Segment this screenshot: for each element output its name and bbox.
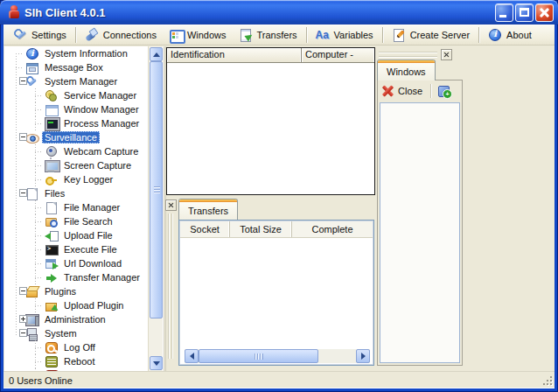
column-header-socket[interactable]: Socket [180, 221, 230, 237]
tree-item-label: Execute File [61, 243, 120, 256]
scrollbar-thumb[interactable] [150, 61, 163, 318]
scroll-right-button[interactable] [356, 349, 370, 363]
tree-item-upload-file[interactable]: Upload File [4, 228, 148, 242]
column-header-computer[interactable]: Computer - [302, 48, 374, 62]
uploadfile-icon [45, 229, 59, 242]
tree-expander-slot [31, 172, 45, 186]
new-window-icon[interactable] [437, 84, 451, 98]
tree-item-file-search[interactable]: File Search [4, 214, 148, 228]
resize-grip[interactable] [541, 374, 553, 386]
tree-item-reboot[interactable]: Reboot [4, 354, 148, 368]
tree-item-label: System Manager [42, 75, 120, 88]
minus-expander-icon[interactable] [19, 133, 27, 141]
toolbar-label-create-server: Create Server [410, 30, 470, 40]
toolbar-button-transfers[interactable]: Transfers [233, 26, 303, 44]
tree-expander-slot [31, 256, 45, 270]
tree-item-surveillance[interactable]: Surveillance [4, 130, 148, 144]
screen-icon [45, 159, 59, 172]
connections-list: IdentificationComputer - [166, 47, 375, 195]
tree-item-label: Upload File [61, 229, 115, 242]
tab-windows[interactable]: Windows [377, 60, 436, 80]
tab-transfers[interactable]: Transfers [178, 199, 238, 220]
tree-item-plugins[interactable]: Plugins [4, 284, 148, 298]
toolbar-separator [306, 27, 307, 43]
app-window: Slh Client 4.0.1 SettingsConnectionsWind… [0, 0, 558, 392]
tree-expander-slot [11, 60, 25, 74]
windows-panel-drag-handle[interactable] [379, 52, 437, 57]
maximize-icon [520, 8, 529, 17]
tree-scrollbar[interactable] [148, 46, 163, 371]
toolbar-button-connections[interactable]: Connections [79, 26, 163, 44]
tab-windows-label: Windows [387, 66, 426, 77]
tree-item-label: File Manager [61, 201, 122, 214]
tree-item-system-information[interactable]: System Information [4, 46, 148, 60]
tree-item-files[interactable]: Files [4, 186, 148, 200]
tree-item-label: Key Logger [61, 173, 115, 186]
windows-panel-close-button[interactable] [441, 49, 452, 60]
eye-icon [25, 131, 39, 144]
tree-item-key-logger[interactable]: Key Logger [4, 172, 148, 186]
window-title: Slh Client 4.0.1 [24, 6, 493, 19]
tree-item-execute-file[interactable]: Execute File [4, 242, 148, 256]
tree-item-process-manager[interactable]: Process Manager [4, 116, 148, 130]
tree-item-label: Log Off [61, 341, 98, 354]
tree-expander-slot [11, 74, 25, 88]
close-window-button[interactable]: Close [398, 86, 422, 96]
toolbar-button-windows[interactable]: Windows [163, 26, 233, 44]
toolbar-separator [478, 27, 479, 43]
tree-expander-slot [31, 102, 45, 116]
scroll-down-button[interactable] [150, 356, 163, 370]
tree-item-url-download[interactable]: Url Download [4, 256, 148, 270]
minus-expander-icon[interactable] [19, 189, 27, 197]
tree-item-window-manager[interactable]: Window Manager [4, 102, 148, 116]
reboot-icon [45, 355, 59, 368]
tree-item-service-manager[interactable]: Service Manager [4, 88, 148, 102]
scroll-left-button[interactable] [185, 349, 199, 363]
maximize-button[interactable] [515, 4, 534, 22]
minimize-button[interactable] [495, 4, 513, 22]
toolbar-label-windows: Windows [187, 30, 227, 40]
tree-item-webcam-capture[interactable]: Webcam Capture [4, 144, 148, 158]
tree-item-system[interactable]: System [4, 326, 148, 340]
minus-expander-icon[interactable] [19, 287, 27, 295]
transfers-horizontal-scrollbar[interactable] [185, 349, 370, 363]
plus-expander-icon[interactable] [19, 315, 27, 323]
toolbar-button-create-server[interactable]: Create Server [386, 26, 476, 44]
process-icon [45, 117, 59, 130]
tree-item-administration[interactable]: Administration [4, 312, 148, 326]
toolbar-label-settings: Settings [31, 30, 66, 40]
minus-expander-icon[interactable] [19, 77, 27, 85]
tree-expander-slot [31, 214, 45, 228]
scroll-up-button[interactable] [150, 47, 163, 61]
minus-expander-icon[interactable] [19, 329, 27, 337]
tree-item-transfer-manager[interactable]: Transfer Manager [4, 270, 148, 284]
tree-item-screen-capture[interactable]: Screen Capture [4, 158, 148, 172]
toolbar-button-variables[interactable]: Variables [310, 26, 380, 44]
tree-item-log-off[interactable]: Log Off [4, 340, 148, 354]
tree-item-label: File Search [61, 215, 115, 228]
windows-panel-toolbar: Close [378, 80, 462, 102]
close-button[interactable] [535, 4, 554, 22]
tree-item-label: System [42, 327, 80, 340]
syscomp-icon [25, 327, 39, 340]
tree-item-file-manager[interactable]: File Manager [4, 200, 148, 214]
packageup-icon [45, 299, 59, 312]
window-icon [45, 103, 59, 116]
tree-item-label: Process Manager [61, 117, 142, 130]
tree-item-upload-plugin[interactable]: Upload Plugin [4, 298, 148, 312]
tree-item-label: Files [42, 187, 67, 200]
scrollbar-thumb[interactable] [199, 349, 318, 363]
transfers-list-header: SocketTotal SizeComplete [180, 221, 373, 238]
tree-expander-slot [31, 88, 45, 102]
tree-item-system-manager[interactable]: System Manager [4, 74, 148, 88]
toolbar-button-settings[interactable]: Settings [7, 26, 73, 44]
tree-item-message-box[interactable]: Message Box [4, 60, 148, 74]
windows-list[interactable] [380, 102, 460, 363]
toolbar-button-about[interactable]: About [482, 26, 538, 44]
column-header-complete[interactable]: Complete [292, 221, 373, 237]
transfers-panel-close-button[interactable] [165, 200, 177, 211]
transfers-panel-drag-handle[interactable] [168, 214, 172, 359]
window-controls [493, 4, 554, 22]
column-header-total-size[interactable]: Total Size [230, 221, 292, 237]
column-header-identification[interactable]: Identification [167, 48, 302, 62]
